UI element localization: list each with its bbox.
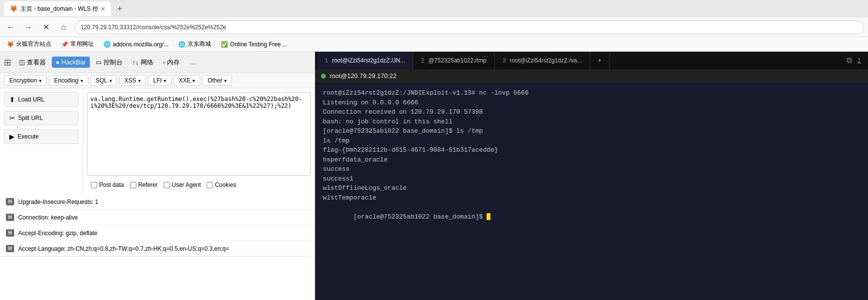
- terminal-line-8: success: [323, 164, 860, 174]
- tab-network[interactable]: ↑↓ 网络: [128, 56, 157, 69]
- other-label: Other: [208, 77, 222, 84]
- address-bar[interactable]: 120.79.29.170:33312//console/css/%252e%2…: [74, 20, 864, 34]
- console-icon: ▭: [96, 59, 102, 66]
- tab-more[interactable]: …: [186, 57, 200, 68]
- encoding-dropdown[interactable]: Encoding ▾: [49, 75, 88, 86]
- terminal-tab-label-1: root@iZzi54rst2g1dzZ:/JN...: [332, 57, 405, 64]
- other-dropdown[interactable]: Other ▾: [202, 75, 232, 86]
- main-content: ⊞ ◫ 查看器 ● HackBar ▭ 控制台 ↑↓ 网络 ▫ 内存: [0, 52, 868, 300]
- user-agent-label: User Agent: [172, 181, 201, 188]
- user-agent-checkbox[interactable]: User Agent: [164, 181, 201, 188]
- bookmark-item-firefox[interactable]: 🦊 火狐官方站点: [4, 39, 54, 49]
- cookies-input[interactable]: [207, 182, 213, 188]
- post-data-input[interactable]: [91, 182, 97, 188]
- load-url-icon: ⬆: [9, 96, 15, 103]
- terminal-download-icon[interactable]: ⤓: [856, 56, 862, 65]
- tab-memory[interactable]: ▫ 内存: [159, 56, 184, 69]
- bookmark-item-addons[interactable]: 🌐 addons.mozilla.org/...: [101, 40, 171, 49]
- home-button[interactable]: ⌂: [57, 20, 70, 34]
- terminal-prompt-line: [oracle@752325ab1022 base_domain]$: [323, 202, 860, 231]
- terminal-tab-num-2: 2: [421, 57, 424, 64]
- address-text: 120.79.29.170:33312//console/css/%252e%2…: [81, 24, 226, 31]
- browser-chrome: 🦊 主页 - base_domain - WLS 控 × + ← → ✕ ⌂ 1…: [0, 0, 868, 52]
- post-data-label: Post data: [99, 181, 124, 188]
- header-item-3: H Accept-Language: zh-CN,zh;q=0.8,zh-TW;…: [0, 241, 315, 257]
- terminal-tab-actions: ⧉ ⤓: [843, 56, 866, 65]
- new-tab-button[interactable]: +: [113, 2, 127, 16]
- split-url-icon: ✂: [9, 114, 15, 122]
- forward-button[interactable]: →: [21, 20, 35, 34]
- terminal-tab-1[interactable]: 1 root@iZzi54rst2g1dzZ:/JN...: [317, 52, 413, 69]
- header-item-0: H Upgrade-Insecure-Requests: 1: [0, 194, 315, 210]
- tab-console[interactable]: ▭ 控制台: [92, 56, 127, 69]
- devtools-tabs: ⊞ ◫ 查看器 ● HackBar ▭ 控制台 ↑↓ 网络 ▫ 内存: [0, 52, 315, 73]
- execute-button[interactable]: ▶ Execute: [4, 129, 79, 144]
- url-textarea[interactable]: va.lang.Runtime.getRuntime().exec(%27bas…: [87, 92, 311, 176]
- tab-console-label: 控制台: [104, 58, 123, 67]
- load-url-button[interactable]: ⬆ Load URL: [4, 92, 79, 107]
- bookmark-pin-icon: 📌: [61, 41, 68, 48]
- headers-list: H Upgrade-Insecure-Requests: 1 H Connect…: [0, 194, 315, 300]
- terminal-split-icon[interactable]: ⧉: [847, 56, 852, 65]
- terminal-tab-num-1: 1: [325, 57, 328, 64]
- back-button[interactable]: ←: [4, 20, 18, 34]
- header-badge: H: [6, 245, 14, 252]
- tab-hackbar-label: HackBar: [62, 59, 86, 66]
- devtools-side-icon: ⊞: [4, 57, 11, 68]
- bookmark-label: 京东商城: [188, 40, 211, 48]
- reload-close-button[interactable]: ✕: [39, 20, 53, 34]
- terminal-line-9: success1: [323, 174, 860, 184]
- xxe-label: XXE: [179, 77, 191, 84]
- terminal-tab-2[interactable]: 2 @752325ab1022:/tmp: [413, 52, 495, 69]
- header-badge: H: [6, 198, 14, 205]
- header-item-1: H Connection: keep-alive: [0, 210, 315, 225]
- tab-network-label: 网络: [141, 58, 153, 67]
- terminal-user-host: root@120.79.29.170:22: [330, 72, 397, 80]
- tab-bar: 🦊 主页 - base_domain - WLS 控 × +: [0, 0, 868, 18]
- tab-close-button[interactable]: ×: [101, 5, 105, 13]
- xss-dropdown[interactable]: XSS ▾: [119, 75, 146, 86]
- browser-tab-active[interactable]: 🦊 主页 - base_domain - WLS 控 ×: [4, 1, 111, 16]
- terminal-line-10: wlstOfflineLogs_oracle: [323, 183, 860, 193]
- split-url-button[interactable]: ✂ Split URL: [4, 111, 79, 125]
- encoding-arrow-icon: ▾: [81, 78, 83, 83]
- referer-input[interactable]: [130, 182, 136, 188]
- sql-dropdown[interactable]: SQL ▾: [90, 75, 117, 86]
- tab-title: 主页 - base_domain - WLS 控: [21, 5, 98, 13]
- network-icon: ↑↓: [132, 59, 139, 66]
- bookmark-check-icon: ✅: [221, 41, 228, 48]
- hackbar-body: ⬆ Load URL ✂ Split URL ▶ Execute va.lang…: [0, 88, 315, 194]
- tab-hackbar[interactable]: ● HackBar: [52, 57, 90, 68]
- bookmark-item-common[interactable]: 📌 常用网址: [58, 39, 97, 49]
- post-data-checkbox[interactable]: Post data: [91, 181, 124, 188]
- terminal-tabs: 1 root@iZzi54rst2g1dzZ:/JN... 2 @752325a…: [315, 52, 868, 69]
- bookmarks-bar: 🦊 火狐官方站点 📌 常用网址 🌐 addons.mozilla.org/...…: [0, 37, 868, 52]
- lfi-label: LFI: [153, 77, 162, 84]
- sql-arrow-icon: ▾: [109, 78, 112, 83]
- encryption-dropdown[interactable]: Encryption ▾: [4, 75, 47, 86]
- header-text: Connection: keep-alive: [18, 214, 78, 221]
- terminal-line-6: flag-{bmh2282112b-d615-4671-9084-61b317a…: [323, 145, 860, 155]
- tab-viewer[interactable]: ◫ 查看器: [15, 56, 50, 69]
- referer-checkbox[interactable]: Referer: [130, 181, 158, 188]
- encryption-arrow-icon: ▾: [39, 78, 42, 83]
- encryption-label: Encryption: [9, 77, 37, 84]
- lfi-arrow-icon: ▾: [164, 78, 166, 83]
- terminal-cursor: [487, 213, 490, 220]
- header-item-2: H Accept-Encoding: gzip, deflate: [0, 225, 315, 241]
- terminal-body[interactable]: root@iZzi54rst2g1dzZ:/JNDIExploit-v1.13#…: [315, 82, 868, 300]
- header-text: Accept-Language: zh-CN,zh;q=0.8,zh-TW;q=…: [18, 245, 229, 252]
- bookmark-label: 火狐官方站点: [16, 40, 51, 48]
- other-arrow-icon: ▾: [224, 78, 227, 83]
- bookmark-item-online-testing[interactable]: ✅ Online Testing Free ...: [218, 40, 290, 49]
- cookies-checkbox[interactable]: Cookies: [207, 181, 236, 188]
- lfi-dropdown[interactable]: LFI ▾: [148, 75, 171, 86]
- terminal-line-4: [oracle@752325ab1022 base_domain]$ ls /t…: [323, 126, 860, 136]
- user-agent-input[interactable]: [164, 182, 170, 188]
- terminal-tab-3[interactable]: 3 root@iZzi54rst2g1dzZ:/va...: [495, 52, 590, 69]
- bookmark-item-jd[interactable]: 🌐 京东商城: [175, 39, 214, 49]
- xxe-dropdown[interactable]: XXE ▾: [173, 75, 200, 86]
- encoding-label: Encoding: [54, 77, 79, 84]
- tab-memory-label: 内存: [167, 58, 180, 67]
- new-terminal-tab-button[interactable]: +: [590, 52, 610, 69]
